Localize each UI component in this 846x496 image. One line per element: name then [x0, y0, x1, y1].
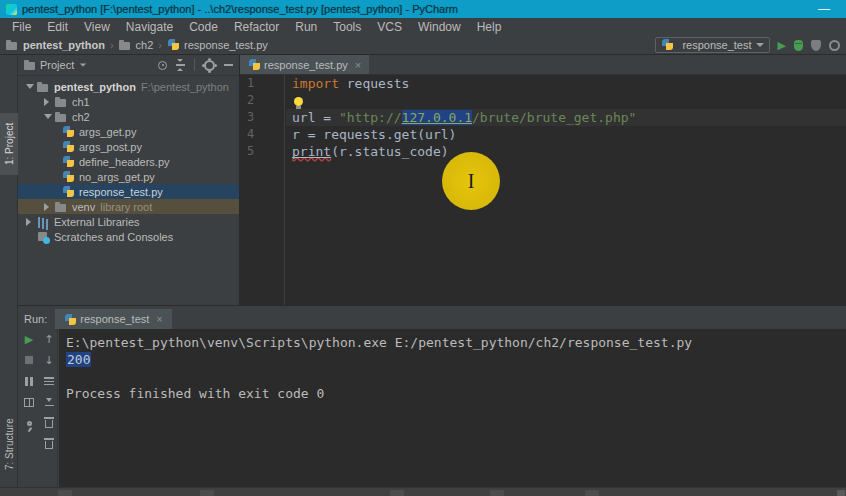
taskbar-icon [490, 490, 504, 496]
tree-item-external-libraries[interactable]: External Libraries [18, 214, 239, 229]
menu-edit[interactable]: Edit [39, 20, 76, 34]
menu-code[interactable]: Code [181, 20, 226, 34]
restore-layout-button[interactable] [23, 396, 35, 408]
menu-view[interactable]: View [76, 20, 118, 34]
tree-item-scratches[interactable]: Scratches and Consoles [18, 229, 239, 244]
folder-icon [37, 81, 49, 93]
close-icon[interactable]: × [355, 59, 361, 71]
editor-tab-response-test[interactable]: response_test.py × [240, 55, 369, 74]
line-number: 1 [240, 75, 284, 92]
console-output-line: 200 [66, 351, 846, 368]
hide-panel-icon[interactable] [224, 64, 233, 66]
intention-bulb-icon[interactable] [294, 97, 303, 106]
run-configuration-select[interactable]: response_test [655, 37, 769, 53]
tool-window-stripe: 1: Project 7: Structure 2: Favorites [0, 55, 18, 487]
folder-icon [119, 39, 131, 51]
gear-icon[interactable] [204, 60, 215, 71]
chevron-expanded-icon[interactable] [44, 114, 55, 119]
title-bar[interactable]: pentest_python [F:\pentest_python] - ..\… [0, 0, 846, 18]
project-icon [24, 59, 36, 71]
tree-item-path: F:\pentest_python [141, 81, 229, 93]
menu-file[interactable]: File [4, 20, 39, 34]
line-number: 2 [240, 92, 284, 109]
menu-vcs[interactable]: VCS [369, 20, 410, 34]
run-label: Run: [24, 313, 55, 329]
profiler-icon[interactable] [829, 40, 840, 51]
libraries-icon [37, 216, 49, 228]
coverage-button[interactable] [811, 40, 821, 51]
close-icon[interactable]: × [156, 313, 162, 325]
code-line-5: print(r.status_code) [286, 143, 846, 160]
code-line-1: import requests [286, 75, 846, 92]
chevron-collapsed-icon[interactable] [26, 218, 37, 226]
window-title: pentest_python [F:\pentest_python] - ..\… [22, 3, 458, 15]
keyword-import: import [292, 76, 339, 91]
rerun-button[interactable]: ▶ [23, 333, 35, 345]
collapse-all-icon[interactable] [176, 59, 185, 71]
code-editor[interactable]: 1 2 3 4 5 import requests url = "http://… [240, 75, 846, 305]
tree-item-define-headers[interactable]: define_headers.py [18, 154, 239, 169]
chevron-collapsed-icon[interactable] [44, 98, 55, 106]
breadcrumb-separator: › [110, 39, 114, 51]
tree-item-response-test[interactable]: response_test.py [18, 184, 239, 199]
minimize-button[interactable]: — [808, 4, 840, 14]
tree-item-no-args-get[interactable]: no_args_get.py [18, 169, 239, 184]
tree-item-label: pentest_python [54, 81, 136, 93]
python-file-icon [62, 171, 74, 183]
run-tool-window: Run: response_test × ▶ ↑ ↓ [18, 305, 846, 487]
clear-all-button[interactable] [43, 438, 55, 450]
breadcrumb-ch2[interactable]: ch2 [136, 39, 154, 51]
string-literal: "http:// [339, 110, 402, 125]
tree-item-venv[interactable]: venv library root [18, 199, 239, 214]
run-configuration-name: response_test [682, 39, 751, 51]
stop-button[interactable] [23, 354, 35, 366]
menu-refactor[interactable]: Refactor [226, 20, 287, 34]
console-finish-line: Process finished with exit code 0 [66, 385, 846, 402]
down-stack-trace-button[interactable]: ↓ [43, 354, 55, 366]
tree-item-label: External Libraries [54, 216, 140, 228]
run-tab-label: response_test [80, 313, 149, 325]
locate-file-icon[interactable] [158, 61, 167, 70]
scroll-to-end-button[interactable] [43, 396, 55, 408]
menu-help[interactable]: Help [469, 20, 510, 34]
tool-button-project[interactable]: 1: Project [0, 113, 18, 175]
tree-item-label: args_get.py [79, 126, 136, 138]
tree-item-ch2[interactable]: ch2 [18, 109, 239, 124]
folder-icon [55, 111, 67, 123]
variable-url: url [292, 110, 315, 125]
run-button[interactable]: ▶ [778, 40, 786, 51]
breadcrumb-file[interactable]: response_test.py [184, 39, 268, 51]
print-button[interactable] [43, 417, 55, 429]
pause-button[interactable] [23, 375, 35, 387]
breadcrumb-project[interactable]: pentest_python [23, 39, 105, 51]
up-stack-trace-button[interactable]: ↑ [43, 333, 55, 345]
selected-text: 127.0.0.1 [402, 110, 472, 125]
tree-item-ch1[interactable]: ch1 [18, 94, 239, 109]
menu-tools[interactable]: Tools [325, 20, 369, 34]
debug-button[interactable] [794, 40, 803, 51]
tool-button-structure[interactable]: 7: Structure [0, 407, 18, 481]
tree-item-args-post[interactable]: args_post.py [18, 139, 239, 154]
navigation-toolbar: pentest_python › ch2 › response_test.py … [0, 36, 846, 55]
run-toolbar: ▶ ↑ ↓ [18, 329, 58, 487]
python-file-icon [62, 126, 74, 138]
breadcrumb-separator: › [158, 39, 162, 51]
chevron-collapsed-icon[interactable] [44, 203, 55, 211]
project-tree: pentest_python F:\pentest_python ch1 ch2… [18, 76, 239, 244]
pin-tab-button[interactable] [23, 417, 35, 429]
project-panel-header[interactable]: Project [18, 55, 239, 76]
operator: = [315, 110, 338, 125]
run-tab-response-test[interactable]: response_test × [55, 309, 172, 329]
run-controls: response_test ▶ [655, 37, 840, 53]
menu-window[interactable]: Window [410, 20, 469, 34]
tree-item-root[interactable]: pentest_python F:\pentest_python [18, 79, 239, 94]
run-body: ▶ ↑ ↓ E:\pentest_python\venv\Scripts\pyt… [18, 329, 846, 487]
tree-item-args-get[interactable]: args_get.py [18, 124, 239, 139]
menu-run[interactable]: Run [287, 20, 325, 34]
menu-navigate[interactable]: Navigate [118, 20, 181, 34]
chevron-expanded-icon[interactable] [26, 84, 37, 89]
code-text: requests [339, 76, 409, 91]
run-console[interactable]: E:\pentest_python\venv\Scripts\python.ex… [59, 329, 846, 487]
soft-wrap-button[interactable] [43, 375, 55, 387]
scratches-icon [37, 231, 49, 243]
